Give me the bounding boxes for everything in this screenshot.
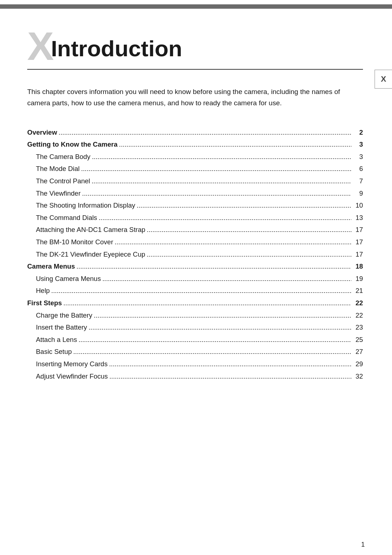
toc-dots bbox=[82, 188, 351, 199]
toc-label: Insert the Battery bbox=[27, 322, 87, 333]
toc-page-number: 18 bbox=[353, 261, 363, 272]
toc-row: Basic Setup27 bbox=[27, 346, 363, 357]
toc-label: The Mode Dial bbox=[27, 163, 79, 174]
toc-dots bbox=[89, 322, 351, 333]
toc-page-number: 17 bbox=[353, 237, 363, 248]
toc-dots bbox=[91, 176, 351, 187]
toc-label: The DK-21 Viewfinder Eyepiece Cup bbox=[27, 249, 145, 260]
toc-row: The Command Dials13 bbox=[27, 212, 363, 223]
toc-page-number: 19 bbox=[353, 273, 363, 284]
toc-row: First Steps22 bbox=[27, 298, 363, 309]
toc-label: Adjust Viewfinder Focus bbox=[27, 371, 108, 382]
toc-label: The Command Dials bbox=[27, 212, 97, 223]
toc-row: The BM-10 Monitor Cover17 bbox=[27, 237, 363, 248]
toc-dots bbox=[78, 334, 351, 345]
toc-page-number: 9 bbox=[353, 188, 363, 199]
toc-page-number: 6 bbox=[353, 163, 363, 174]
toc-row: Getting to Know the Camera3 bbox=[27, 139, 363, 150]
toc-page-number: 25 bbox=[353, 334, 363, 345]
toc-label: Inserting Memory Cards bbox=[27, 359, 107, 370]
toc-page-number: 3 bbox=[353, 151, 363, 162]
toc-page-number: 2 bbox=[353, 127, 363, 138]
toc-page-number: 17 bbox=[353, 249, 363, 260]
toc-row: Camera Menus18 bbox=[27, 261, 363, 272]
toc-label: Using Camera Menus bbox=[27, 273, 101, 284]
toc-dots bbox=[81, 163, 351, 174]
toc-page-number: 7 bbox=[353, 176, 363, 187]
toc-row: The Mode Dial6 bbox=[27, 163, 363, 174]
toc-label: The Control Panel bbox=[27, 176, 90, 187]
chapter-tab: X bbox=[375, 70, 392, 89]
chapter-letter: X bbox=[27, 26, 54, 66]
toc-row: Inserting Memory Cards29 bbox=[27, 359, 363, 370]
toc-label: Basic Setup bbox=[27, 346, 72, 357]
toc-page-number: 21 bbox=[353, 285, 363, 296]
chapter-heading: X Introduction bbox=[27, 30, 363, 70]
toc-row: The Viewfinder9 bbox=[27, 188, 363, 199]
toc-dots bbox=[94, 310, 351, 321]
toc-row: Adjust Viewfinder Focus32 bbox=[27, 371, 363, 382]
toc-label: The Shooting Information Display bbox=[27, 200, 135, 211]
toc-label: Camera Menus bbox=[27, 261, 75, 272]
chapter-tab-label: X bbox=[381, 74, 386, 84]
main-content: X Introduction This chapter covers infor… bbox=[0, 4, 392, 405]
toc-page-number: 27 bbox=[353, 346, 363, 357]
toc-label: Attach a Lens bbox=[27, 334, 77, 345]
toc-label: Charge the Battery bbox=[27, 310, 92, 321]
toc-dots bbox=[147, 249, 351, 260]
table-of-contents: Overview2Getting to Know the Camera3The … bbox=[27, 127, 363, 381]
toc-page-number: 32 bbox=[353, 371, 363, 382]
toc-row: The Control Panel7 bbox=[27, 176, 363, 187]
toc-dots bbox=[73, 346, 351, 357]
toc-dots bbox=[92, 151, 351, 162]
toc-page-number: 13 bbox=[353, 212, 363, 223]
toc-dots bbox=[109, 371, 351, 382]
toc-row: The Shooting Information Display10 bbox=[27, 200, 363, 211]
chapter-title: Introduction bbox=[51, 30, 182, 61]
toc-row: Overview2 bbox=[27, 127, 363, 138]
toc-page-number: 22 bbox=[353, 298, 363, 309]
toc-dots bbox=[137, 200, 351, 211]
toc-dots bbox=[77, 261, 351, 272]
toc-row: Attaching the AN-DC1 Camera Strap17 bbox=[27, 224, 363, 235]
toc-label: Getting to Know the Camera bbox=[27, 139, 118, 150]
toc-label: The Viewfinder bbox=[27, 188, 81, 199]
toc-dots bbox=[51, 285, 351, 296]
toc-dots bbox=[147, 224, 351, 235]
toc-row: The Camera Body3 bbox=[27, 151, 363, 162]
toc-row: Help21 bbox=[27, 285, 363, 296]
toc-row: The DK-21 Viewfinder Eyepiece Cup17 bbox=[27, 249, 363, 260]
toc-row: Insert the Battery23 bbox=[27, 322, 363, 333]
toc-row: Using Camera Menus19 bbox=[27, 273, 363, 284]
toc-dots bbox=[119, 139, 351, 150]
toc-page-number: 22 bbox=[353, 310, 363, 321]
toc-label: Overview bbox=[27, 127, 57, 138]
toc-label: The Camera Body bbox=[27, 151, 90, 162]
toc-dots bbox=[58, 127, 351, 138]
toc-dots bbox=[109, 359, 351, 370]
toc-dots bbox=[102, 273, 351, 284]
toc-label: The BM-10 Monitor Cover bbox=[27, 237, 113, 248]
toc-label: First Steps bbox=[27, 298, 62, 309]
toc-label: Attaching the AN-DC1 Camera Strap bbox=[27, 224, 145, 235]
toc-dots bbox=[115, 237, 351, 248]
toc-label: Help bbox=[27, 285, 50, 296]
toc-page-number: 29 bbox=[353, 359, 363, 370]
toc-row: Charge the Battery22 bbox=[27, 310, 363, 321]
toc-page-number: 10 bbox=[353, 200, 363, 211]
page-number: 1 bbox=[361, 541, 365, 548]
toc-page-number: 3 bbox=[353, 139, 363, 150]
toc-dots bbox=[64, 298, 351, 309]
top-bar bbox=[0, 4, 392, 9]
toc-row: Attach a Lens25 bbox=[27, 334, 363, 345]
intro-paragraph: This chapter covers information you will… bbox=[27, 86, 343, 109]
page-container: X X Introduction This chapter covers inf… bbox=[0, 4, 392, 555]
toc-page-number: 23 bbox=[353, 322, 363, 333]
toc-page-number: 17 bbox=[353, 224, 363, 235]
toc-dots bbox=[99, 212, 351, 223]
